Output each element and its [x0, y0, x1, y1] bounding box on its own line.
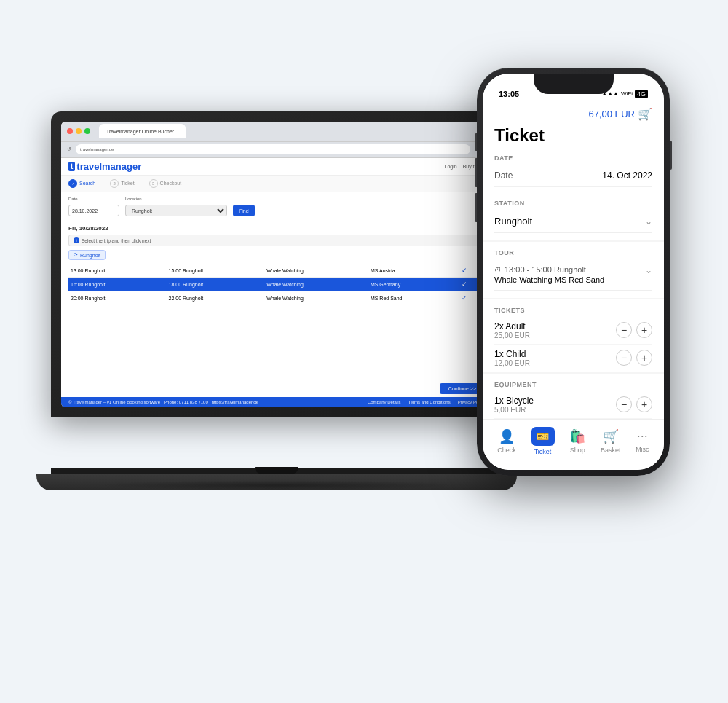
adult-minus-button[interactable]: −	[616, 322, 632, 338]
ticket-nav-icon: 🎫	[537, 431, 549, 442]
chevron-down-icon: ⌄	[645, 216, 652, 227]
ticket-item-bicycle: 1x Bicycle 5,00 EUR − +	[494, 391, 652, 419]
status-icons: ▲▲▲ WiFi 4G	[601, 90, 648, 98]
tickets-section-label: TICKETS	[494, 307, 652, 314]
bicycle-qty-controls: − +	[616, 396, 652, 412]
trips-body: 13:00 Rungholt 15:00 Rungholt Whale Watc…	[68, 264, 485, 305]
step-1-label: Search	[79, 181, 95, 186]
tour-row[interactable]: ⏱ 13:00 - 15:00 Rungholt Whale Watching …	[494, 259, 652, 291]
step-3-circle: 3	[149, 179, 158, 188]
date-input[interactable]	[68, 205, 119, 216]
station-tag[interactable]: ⟳ Rungholt	[68, 250, 106, 260]
date-field-row: Date 14. Oct 2022	[494, 165, 652, 187]
browser-tab[interactable]: Travelmanager Online Bucher...	[99, 124, 186, 138]
step-checkout[interactable]: 3 Checkout	[149, 179, 182, 188]
trip-vessel: MS Red Sand	[368, 291, 459, 305]
info-icon: i	[74, 237, 79, 243]
trip-dep: 13:00 Rungholt	[68, 264, 167, 278]
ticket-nav-label: Ticket	[534, 448, 552, 455]
nav-basket[interactable]: 🛒 Basket	[601, 428, 621, 454]
refresh-icon[interactable]: ↺	[67, 146, 71, 152]
phone-notch	[534, 74, 614, 94]
bicycle-plus-button[interactable]: +	[636, 396, 652, 412]
tour-section-label: TOUR	[494, 249, 652, 256]
step-1-circle: ✓	[68, 179, 77, 188]
trip-arr: 18:00 Rungholt	[167, 278, 265, 291]
station-value: Rungholt	[494, 216, 532, 227]
trip-dep: 20:00 Rungholt	[68, 291, 167, 305]
laptop-screen: Travelmanager Online Bucher... ↺ travelm…	[61, 122, 492, 407]
search-form: Date Location Rungholt Find	[61, 192, 492, 222]
footer-terms[interactable]: Terms and Conditions	[408, 400, 451, 404]
login-link[interactable]: Login	[445, 164, 457, 169]
date-group: Date	[68, 197, 119, 217]
phone-bottom-nav: 👤 Check 🎫 Ticket 🛍️ Shop 🛒 Basket	[483, 419, 664, 470]
minimize-dot[interactable]	[76, 128, 82, 134]
adult-name: 2x Adult	[494, 321, 616, 331]
child-plus-button[interactable]: +	[636, 350, 652, 366]
table-row[interactable]: 16:00 Rungholt 18:00 Rungholt Whale Watc…	[68, 278, 485, 291]
site-footer: © Travelmanager – #1 Online Booking soft…	[61, 397, 492, 407]
hint-text: Select the trip and then click next	[82, 238, 151, 243]
child-name: 1x Child	[494, 349, 616, 359]
location-group: Location Rungholt	[125, 197, 227, 217]
date-field-value: 14. Oct 2022	[602, 170, 652, 181]
nav-misc[interactable]: ··· Misc	[636, 428, 649, 453]
form-row: Date Location Rungholt Find	[68, 197, 485, 217]
logo-icon: t	[68, 162, 75, 171]
close-dot[interactable]	[67, 128, 73, 134]
laptop-notch	[255, 467, 298, 474]
nav-shop[interactable]: 🛍️ Shop	[569, 428, 585, 454]
maximize-dot[interactable]	[84, 128, 90, 134]
tour-time: ⏱ 13:00 - 15:00 Rungholt	[494, 265, 645, 274]
trip-type: Whale Watching	[264, 264, 368, 278]
browser-chrome: Travelmanager Online Bucher...	[61, 122, 492, 142]
logo-text: travelmanager	[76, 161, 141, 172]
footer-company[interactable]: Company Details	[368, 400, 401, 404]
tour-name: Whale Watching MS Red Sand	[494, 275, 645, 284]
footer-links: Company Details Terms and Conditions Pri…	[368, 400, 485, 404]
laptop-body: Travelmanager Online Bucher... ↺ travelm…	[51, 111, 502, 417]
bicycle-price: 5,00 EUR	[494, 406, 616, 414]
station-section-label: STATION	[494, 200, 652, 207]
date-header: Fri, 10/28/2022	[68, 225, 485, 232]
find-button[interactable]: Find	[233, 205, 255, 216]
bicycle-minus-button[interactable]: −	[616, 396, 632, 412]
station-dropdown[interactable]: Rungholt ⌄	[494, 210, 652, 233]
ticket-item-adult-info: 2x Adult 25,00 EUR	[494, 321, 616, 339]
basket-nav-label: Basket	[601, 447, 621, 454]
nav-check[interactable]: 👤 Check	[497, 428, 516, 454]
step-3-label: Checkout	[160, 181, 182, 186]
step-search[interactable]: ✓ Search	[68, 179, 95, 188]
phone-mute-button	[475, 133, 477, 151]
location-select[interactable]: Rungholt	[125, 205, 227, 216]
site-logo: t travelmanager	[68, 161, 141, 172]
date-section-label: DATE	[494, 154, 652, 162]
step-ticket[interactable]: 2 Ticket	[110, 179, 134, 188]
trips-table: 13:00 Rungholt 15:00 Rungholt Whale Watc…	[68, 264, 485, 305]
misc-nav-icon: ···	[637, 428, 648, 444]
adult-plus-button[interactable]: +	[636, 322, 652, 338]
date-field-label: Date	[494, 170, 513, 181]
battery-icon: 4G	[635, 90, 648, 98]
check-icon: ✓	[462, 294, 467, 302]
trip-type: Whale Watching	[264, 291, 368, 305]
table-row[interactable]: 20:00 Rungholt 22:00 Rungholt Whale Watc…	[68, 291, 485, 305]
footer-copyright: © Travelmanager – #1 Online Booking soft…	[68, 400, 258, 404]
child-qty-controls: − +	[616, 350, 652, 366]
phone-content: 67,00 EUR 🛒 Ticket DATE Date 14. Oct 202…	[483, 103, 664, 419]
tour-info: ⏱ 13:00 - 15:00 Rungholt Whale Watching …	[494, 265, 645, 284]
ticket-item-adult: 2x Adult 25,00 EUR − +	[494, 317, 652, 345]
nav-ticket[interactable]: 🎫 Ticket	[531, 427, 555, 455]
equipment-section-label: EQUIPMENT	[494, 381, 652, 388]
phone-inner: 13:05 ▲▲▲ WiFi 4G 67,00 EUR 🛒 Ticket DAT…	[483, 74, 664, 470]
address-bar: ↺ travelmanager.de ☆ ⋮	[61, 142, 492, 158]
tour-time-text: 13:00 - 15:00 Rungholt	[505, 265, 586, 274]
table-row[interactable]: 13:00 Rungholt 15:00 Rungholt Whale Watc…	[68, 264, 485, 278]
check-nav-icon: 👤	[499, 428, 515, 444]
cart-price: 67,00 EUR	[588, 109, 635, 119]
child-minus-button[interactable]: −	[616, 350, 632, 366]
cart-icon[interactable]: 🛒	[638, 107, 652, 121]
address-input[interactable]: travelmanager.de	[76, 144, 470, 154]
price-bar: 67,00 EUR 🛒	[494, 103, 652, 125]
